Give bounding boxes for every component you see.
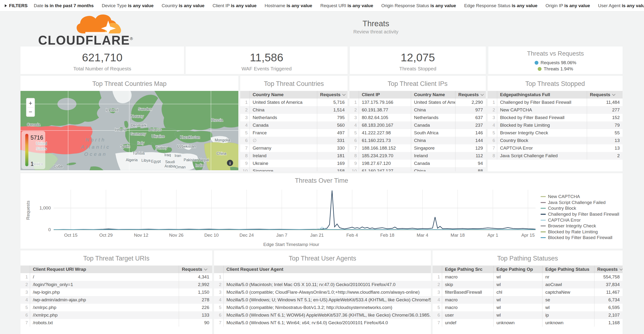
filter-item[interactable]: Origin IP is any value (546, 3, 590, 8)
column-header[interactable]: Edgepathingstatus Full (497, 91, 587, 99)
table-row[interactable]: 3Mozilla/5.0 (compatible; CloudFlare-Alw… (214, 288, 431, 296)
table-row[interactable]: 7undefunknownunknown1,168 (432, 319, 622, 326)
table-row[interactable]: 8185.234.219.70Ireland112 (350, 152, 486, 160)
table-row[interactable]: 380.82.64.105Netherlands637 (350, 114, 486, 121)
table-row[interactable]: 4Blocked by Rate Limiting79 (488, 121, 622, 129)
table-row[interactable]: 1Challenged by Filter Based Firewall11,4… (488, 99, 622, 106)
column-header[interactable]: Requests (317, 91, 348, 99)
filter-item[interactable]: Date is in the past 7 months (34, 3, 94, 8)
filter-item[interactable]: Origin Response Status is any value (381, 3, 456, 8)
country-russia[interactable] (154, 91, 238, 131)
table-row[interactable]: 8Java Script Challenge Failed2 (488, 152, 622, 160)
table-row[interactable]: 3/wp-login.php1,150 (20, 288, 212, 296)
column-header[interactable]: Requests (587, 91, 622, 99)
column-header[interactable]: Requests (594, 265, 622, 273)
table-row[interactable]: 3Blocked by Filter Based Firewall152 (488, 114, 622, 121)
filter-item[interactable]: Hostname is any value (264, 3, 312, 8)
table-row[interactable]: 1137.175.79.166United States of America2… (350, 99, 486, 106)
region-se-asia[interactable] (230, 167, 238, 170)
table-row[interactable]: 1 (214, 273, 431, 281)
filter-value: is any value (128, 3, 154, 8)
chart-legend-item[interactable]: Java Script Challenge Failed (540, 200, 619, 206)
table-row[interactable]: 4macrowlse6,734 (432, 296, 622, 304)
country-china[interactable] (204, 142, 238, 170)
table-row[interactable]: 7188.166.188.152Singapore129 (350, 144, 486, 152)
table-cell: 2,290 (455, 99, 486, 106)
threats-over-time-chart[interactable] (54, 188, 538, 230)
table-row[interactable]: 5Mozilla/5.0 (compatible; Nimbostratus-B… (214, 304, 431, 311)
filters-toggle-button[interactable]: FILTERS (5, 3, 28, 8)
table-row[interactable]: 7Mozilla/5.0 (Windows NT 6.1; Win64; x64… (214, 319, 431, 326)
column-header[interactable]: Edge Pathing Status (542, 265, 594, 273)
column-header[interactable]: Country Name (250, 91, 317, 99)
map-info-button[interactable]: i (227, 160, 233, 166)
filter-item[interactable]: User Agent is any value (598, 3, 644, 8)
table-row[interactable]: 2/login/?login_only=12,992 (20, 281, 212, 288)
row-index: 2 (350, 106, 359, 114)
table-row[interactable]: 2China1,514 (240, 106, 348, 114)
table-row[interactable]: 5France497 (240, 129, 348, 137)
chart-legend-item[interactable]: Challenged by Filter Based Firewall (540, 211, 619, 217)
filter-item[interactable]: Client IP is any value (212, 3, 256, 8)
table-row[interactable]: 9198.27.67.120Canada94 (350, 160, 486, 167)
column-header[interactable]: Edge Pathing Op (493, 265, 542, 273)
column-header[interactable]: Country Name (411, 91, 455, 99)
table-row[interactable]: 6Mozilla/5.0 (Windows NT 6.1; WOW64) App… (214, 311, 431, 319)
table-cell: 79 (587, 121, 622, 129)
zoom-out-button[interactable]: − (28, 108, 32, 116)
column-header[interactable]: Edge Pathing Src (442, 265, 493, 273)
table-row[interactable]: 4Mozilla/5.0 (Windows; U; Windows NT 5.1… (214, 296, 431, 304)
zoom-in-button[interactable]: + (28, 100, 32, 107)
chart-legend-item[interactable]: Browser Integrity Check (540, 223, 619, 229)
table-row[interactable]: 1macrowlnr554,758 (432, 273, 622, 281)
table-row[interactable]: 6userwlip2,107 (432, 311, 622, 319)
chart-legend-item[interactable]: Blocked by Rate Limiting (540, 229, 619, 235)
table-row[interactable]: 9Ukraine169 (240, 160, 348, 167)
table-row[interactable]: 5Browser Integrity Check55 (488, 129, 622, 137)
table-row[interactable]: 4/wp-admin/admin-ajax.php278 (20, 296, 212, 304)
table-row[interactable]: 4Canada560 (240, 121, 348, 129)
table-row[interactable]: 260.191.38.77China977 (350, 106, 486, 114)
world-map[interactable]: NorthAtlanticOcean CanadaUnitedStatesMex… (20, 91, 238, 170)
table-row[interactable]: 8Ireland181 (240, 152, 348, 160)
table-row[interactable]: 3Netherlands795 (240, 114, 348, 121)
column-header[interactable]: Requests (179, 265, 212, 273)
table-row[interactable]: 10Singapore158 (240, 167, 348, 171)
table-row[interactable]: 7/robots.txt90 (20, 319, 212, 326)
map-label: Iraq (164, 153, 171, 157)
filter-item[interactable]: Edge Response Status is any value (464, 3, 537, 8)
column-header[interactable]: Client Request User Agent (224, 265, 431, 273)
table-cell: se (542, 296, 594, 304)
table-row[interactable]: 7Germany330 (240, 144, 348, 152)
table-row[interactable]: 5macrowlwl6,595 (432, 304, 622, 311)
filter-item[interactable]: Country is any value (162, 3, 204, 8)
filter-item[interactable]: Device Type is any value (102, 3, 154, 8)
table-row[interactable]: 541.222.227.98South Africa146 (350, 129, 486, 137)
table-row[interactable]: 5/xmlrpc.php226 (20, 304, 212, 311)
table-row[interactable]: 1061.160.247.127China88 (350, 167, 486, 171)
table-row[interactable]: 1/4,341 (20, 273, 212, 281)
table-row[interactable]: 468.183.200.167Canada237 (350, 121, 486, 129)
table-row[interactable]: 1United States of America5,716 (240, 99, 348, 106)
chart-legend-item[interactable]: Country Block (540, 205, 619, 211)
column-header[interactable]: Client IP (359, 91, 411, 99)
row-index: 2 (432, 281, 442, 288)
map-zoom-control[interactable]: + − (26, 98, 35, 117)
chart-legend-item[interactable]: CAPTCHA Error (540, 217, 619, 223)
table-row[interactable]: 661.160.221.73China144 (350, 137, 486, 144)
table-row[interactable]: 6Country Block13 (488, 137, 622, 144)
filter-item[interactable]: Request URI is any value (320, 3, 373, 8)
table-row[interactable]: 2New CAPTCHA277 (488, 106, 622, 114)
table-row[interactable]: 6//xmlrpc.php133 (20, 311, 212, 319)
sort-chevron-icon (612, 93, 615, 96)
table-row[interactable]: 7CAPTCHA Error13 (488, 144, 622, 152)
filter-field: User Agent (598, 3, 622, 8)
table-row[interactable]: 3filterBasedFirewallchlcaptchaNew11,467 (432, 288, 622, 296)
table-row[interactable]: 6∅331 (240, 137, 348, 144)
chart-legend-item[interactable]: New CAPTCHA (540, 194, 619, 200)
column-header[interactable]: Requests (455, 91, 486, 99)
chart-legend-item[interactable]: Blocked by Filter Based Firewall (540, 235, 619, 241)
table-row[interactable]: 2skipwlaoCrawl37,834 (432, 281, 622, 288)
column-header[interactable]: Client Request URI Wrap (30, 265, 179, 273)
table-row[interactable]: 2Mozilla/5.0 (Macintosh; Intel Mac OS X … (214, 281, 431, 288)
